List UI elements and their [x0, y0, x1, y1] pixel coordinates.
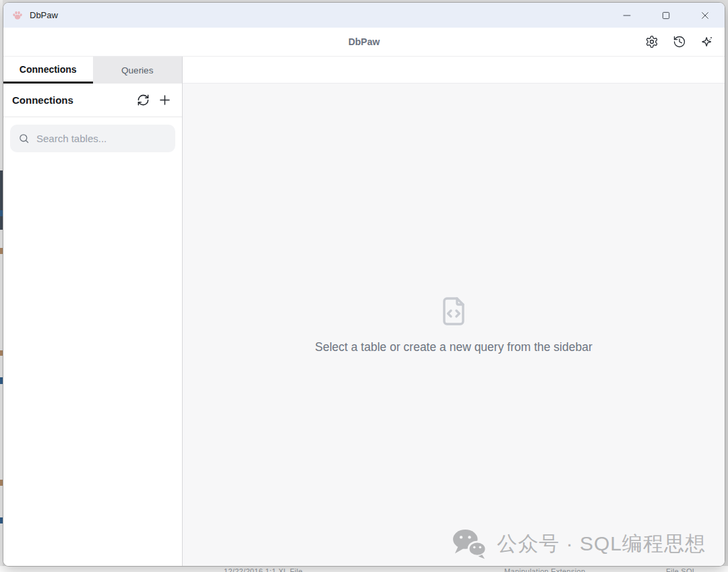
settings-button[interactable] — [644, 34, 659, 49]
watermark: 公众号 · SQL编程思想 — [452, 528, 706, 559]
search-input[interactable] — [36, 133, 167, 144]
connections-list-empty — [3, 160, 182, 566]
titlebar[interactable]: DbPaw — [3, 3, 725, 28]
tab-connections[interactable]: Connections — [3, 57, 93, 84]
background-window-text: 12/22/2016 1:1 XL File — [224, 567, 303, 572]
file-code-icon — [437, 295, 470, 327]
ai-assistant-button[interactable] — [700, 34, 715, 49]
main-area: Select a table or create a new query fro… — [183, 57, 725, 566]
main-toolbar-strip — [183, 57, 725, 84]
sidebar-tabs: Connections Queries — [3, 57, 182, 84]
empty-state-message: Select a table or create a new query fro… — [315, 340, 592, 354]
header: DbPaw — [3, 28, 725, 57]
watermark-label: 公众号 · SQL编程思想 — [497, 530, 706, 558]
background-window-text: Manipulation Extension — [504, 567, 585, 572]
refresh-connections-button[interactable] — [134, 92, 152, 109]
background-window-text: File SQL — [666, 567, 696, 572]
search-box[interactable] — [10, 125, 175, 152]
maximize-icon — [661, 10, 671, 21]
minimize-icon — [621, 10, 632, 21]
plus-icon — [158, 93, 172, 107]
minimize-button[interactable] — [607, 3, 646, 28]
history-button[interactable] — [672, 34, 687, 49]
wechat-icon — [452, 528, 488, 559]
main-body: Select a table or create a new query fro… — [183, 84, 725, 566]
page-title: DbPaw — [3, 36, 725, 47]
add-connection-button[interactable] — [156, 92, 173, 109]
content-area: Connections Queries Connections — [3, 57, 725, 566]
maximize-button[interactable] — [646, 3, 686, 28]
tab-queries[interactable]: Queries — [93, 57, 183, 84]
close-button[interactable] — [686, 3, 725, 28]
history-icon — [673, 35, 686, 49]
close-icon — [700, 10, 710, 21]
refresh-icon — [137, 94, 150, 106]
search-container — [3, 117, 182, 160]
background-window-strip: 12/22/2016 1:1 XL File Manipulation Exte… — [0, 566, 728, 572]
sparkles-icon — [700, 35, 714, 49]
sidebar: Connections Queries Connections — [3, 57, 183, 566]
connections-panel-title: Connections — [12, 94, 134, 106]
app-window: DbPaw DbPaw — [3, 2, 725, 567]
empty-state: Select a table or create a new query fro… — [315, 295, 592, 354]
gear-icon — [645, 35, 659, 49]
app-title: DbPaw — [30, 10, 58, 20]
search-icon — [18, 133, 30, 144]
connections-panel-header: Connections — [3, 84, 182, 117]
paw-icon — [11, 9, 24, 22]
